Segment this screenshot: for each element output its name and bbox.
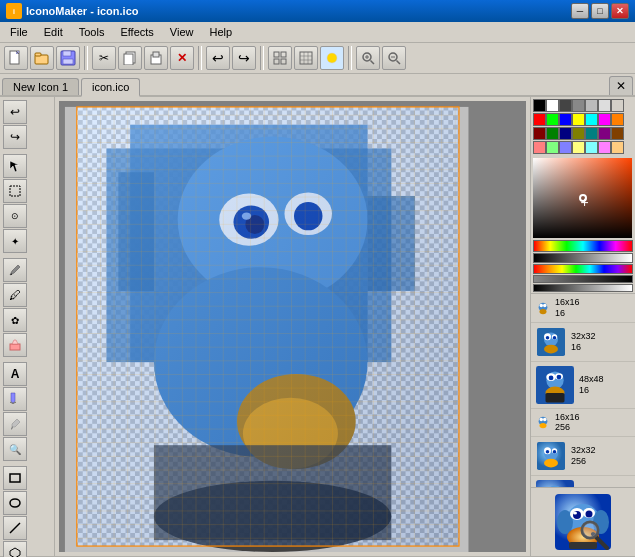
pal-orange[interactable]	[611, 113, 624, 126]
marquee-tool[interactable]	[3, 179, 27, 203]
pal-s4[interactable]	[572, 141, 585, 154]
color-transparent[interactable]	[611, 99, 624, 112]
pal-red[interactable]	[533, 113, 546, 126]
icon-48x48-16bpp[interactable]: 48x4816	[531, 362, 635, 409]
menu-help[interactable]: Help	[203, 24, 238, 40]
maximize-button[interactable]: □	[591, 3, 609, 19]
menu-view[interactable]: View	[164, 24, 200, 40]
menu-tools[interactable]: Tools	[73, 24, 111, 40]
icon-48x48-256[interactable]: 48x48256	[531, 476, 635, 487]
pal-r3[interactable]	[559, 127, 572, 140]
svg-rect-10	[124, 54, 133, 65]
rect-tool[interactable]	[3, 466, 27, 490]
pal-s2[interactable]	[546, 141, 559, 154]
undo-tool[interactable]: ↩	[3, 100, 27, 124]
menu-edit[interactable]: Edit	[38, 24, 69, 40]
grid-btn[interactable]	[268, 46, 292, 70]
save-button[interactable]	[56, 46, 80, 70]
color-dark2[interactable]	[572, 99, 585, 112]
open-button[interactable]	[30, 46, 54, 70]
svg-point-96	[549, 375, 554, 380]
svg-point-145	[583, 523, 597, 537]
paste-button[interactable]	[144, 46, 168, 70]
pal-green[interactable]	[546, 113, 559, 126]
grid-btn2[interactable]	[294, 46, 318, 70]
minimize-button[interactable]: ─	[571, 3, 589, 19]
color-black[interactable]	[533, 99, 546, 112]
text-tool[interactable]: A	[3, 362, 27, 386]
toolbar: ✂ ✕ ↩ ↪	[0, 43, 635, 74]
cut-button[interactable]: ✂	[92, 46, 116, 70]
new-button[interactable]	[4, 46, 28, 70]
color-picker-area[interactable]: +	[533, 158, 633, 238]
pal-blue[interactable]	[559, 113, 572, 126]
line-tool[interactable]	[3, 516, 27, 540]
redo-button[interactable]: ↪	[232, 46, 256, 70]
svg-rect-79	[77, 107, 459, 546]
zoom-canvas-tool[interactable]: 🔍	[3, 437, 27, 461]
svg-line-34	[10, 523, 20, 533]
fill-tool[interactable]	[3, 387, 27, 411]
pal-r2[interactable]	[546, 127, 559, 140]
close-button[interactable]: ✕	[611, 3, 629, 19]
pal-r6[interactable]	[598, 127, 611, 140]
menu-effects[interactable]: Effects	[114, 24, 159, 40]
zoom-out-btn[interactable]	[382, 46, 406, 70]
icon-32x32-16bpp[interactable]: 32x3216	[531, 323, 635, 362]
toolbar-sep-4	[348, 46, 352, 70]
pixel-canvas[interactable]	[59, 101, 526, 552]
main-content: ↩ ↪ ⊙ ✦ 🖊 ✿ A	[0, 97, 635, 556]
pal-s3[interactable]	[559, 141, 572, 154]
select-tool[interactable]	[3, 154, 27, 178]
menu-file[interactable]: File	[4, 24, 34, 40]
eyedropper-tool[interactable]	[3, 412, 27, 436]
svg-point-108	[546, 450, 550, 454]
pal-s5[interactable]	[585, 141, 598, 154]
airbrush-tool[interactable]: ✿	[3, 308, 27, 332]
tab-new-icon[interactable]: New Icon 1	[2, 78, 79, 95]
icon-32x32-256[interactable]: 32x32256	[531, 437, 635, 476]
pal-s6[interactable]	[598, 141, 611, 154]
pal-s1[interactable]	[533, 141, 546, 154]
eraser-tool[interactable]	[3, 333, 27, 357]
ellipse-tool[interactable]	[3, 491, 27, 515]
magic-wand[interactable]: ✦	[3, 229, 27, 253]
svg-point-22	[327, 53, 337, 63]
tab-close-button[interactable]: ✕	[609, 76, 633, 95]
brush-tool[interactable]: 🖊	[3, 283, 27, 307]
pal-yellow[interactable]	[572, 113, 585, 126]
pencil-tool[interactable]	[3, 258, 27, 282]
color-strip-2[interactable]	[533, 264, 633, 274]
zoom-in-btn[interactable]	[356, 46, 380, 70]
canvas-wrapper	[59, 101, 526, 552]
pal-r4[interactable]	[572, 127, 585, 140]
undo-button[interactable]: ↩	[206, 46, 230, 70]
pal-r7[interactable]	[611, 127, 624, 140]
copy-button[interactable]	[118, 46, 142, 70]
icon-16x16-16bpp[interactable]: 16x1616	[531, 294, 635, 323]
redo-tool[interactable]: ↪	[3, 125, 27, 149]
delete-button[interactable]: ✕	[170, 46, 194, 70]
pal-magenta[interactable]	[598, 113, 611, 126]
alpha-strips	[533, 275, 633, 292]
polygon-tool[interactable]	[3, 541, 27, 557]
icon-16x16-256[interactable]: 16x16256	[531, 409, 635, 438]
strip-1[interactable]	[533, 275, 633, 283]
strip-2[interactable]	[533, 284, 633, 292]
color-dark1[interactable]	[559, 99, 572, 112]
svg-point-101	[540, 418, 544, 422]
color-dark4[interactable]	[598, 99, 611, 112]
lasso-tool[interactable]: ⊙	[3, 204, 27, 228]
pal-cyan[interactable]	[585, 113, 598, 126]
label-32x32-16bpp: 32x3216	[571, 331, 596, 353]
pal-s7[interactable]	[611, 141, 624, 154]
grayscale-strip[interactable]	[533, 253, 633, 263]
tab-icon-ico[interactable]: icon.ico	[81, 78, 140, 97]
color-white[interactable]	[546, 99, 559, 112]
hue-slider[interactable]	[533, 240, 633, 252]
pal-r5[interactable]	[585, 127, 598, 140]
pal-r1[interactable]	[533, 127, 546, 140]
color-btn[interactable]	[320, 46, 344, 70]
svg-line-28	[397, 61, 401, 65]
color-dark3[interactable]	[585, 99, 598, 112]
